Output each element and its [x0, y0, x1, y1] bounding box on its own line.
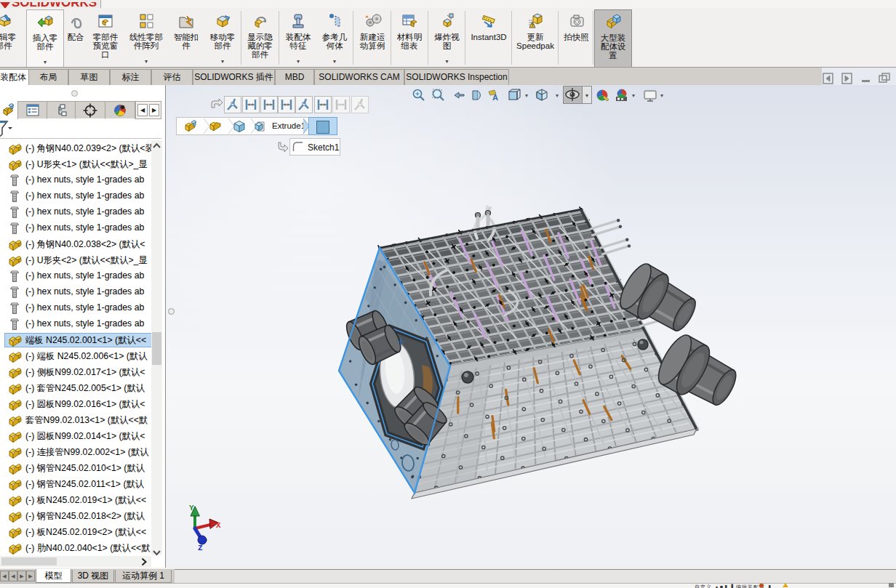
svg-text:Y: Y [189, 504, 194, 512]
svg-text:Z: Z [198, 544, 203, 552]
svg-text:X: X [216, 521, 221, 530]
svg-text:!: ! [532, 23, 533, 28]
svg-text:A: A [492, 93, 498, 102]
